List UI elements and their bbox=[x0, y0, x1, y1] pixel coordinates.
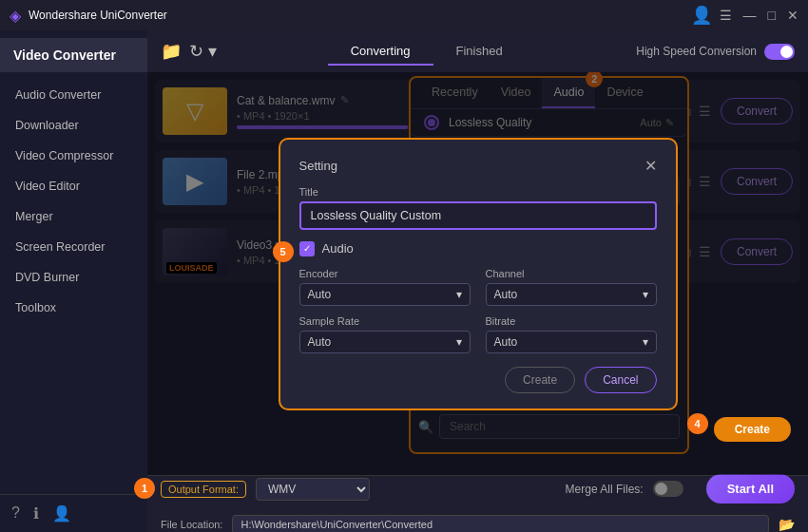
audio-checkbox[interactable]: ✓ bbox=[299, 241, 315, 256]
bitrate-select[interactable]: Auto ▾ bbox=[486, 331, 657, 353]
tab-converting[interactable]: Converting bbox=[328, 38, 433, 66]
dialog-title-row: Setting ✕ bbox=[299, 157, 657, 175]
bottom-row-2: File Location: 📂 bbox=[161, 515, 795, 532]
channel-chevron-icon: ▾ bbox=[643, 288, 648, 301]
sidebar-item-toolbox[interactable]: Toolbox bbox=[0, 293, 147, 323]
bottom-row-1: 1 Output Format: WMV Merge All Files: St… bbox=[161, 474, 795, 504]
start-all-btn[interactable]: Start All bbox=[706, 474, 795, 504]
channel-select[interactable]: Auto ▾ bbox=[486, 283, 657, 306]
sidebar-item-video-editor[interactable]: Video Editor bbox=[0, 171, 147, 201]
merge-toggle[interactable] bbox=[653, 481, 683, 497]
create-gray-btn[interactable]: Create bbox=[505, 367, 575, 393]
bitrate-chevron-icon: ▾ bbox=[643, 335, 648, 349]
top-tabs: Converting Finished bbox=[226, 38, 626, 66]
bottom-bar: 1 Output Format: WMV Merge All Files: St… bbox=[147, 475, 808, 532]
bitrate-field: Bitrate Auto ▾ bbox=[486, 315, 657, 353]
encoder-field: Encoder Auto ▾ bbox=[299, 268, 471, 306]
checkmark-icon: ✓ bbox=[303, 243, 311, 254]
sidebar-header[interactable]: Video Converter bbox=[0, 38, 147, 72]
add-file-icon[interactable]: 📁 bbox=[161, 41, 182, 62]
file-location-label: File Location: bbox=[161, 519, 222, 530]
sample-rate-select[interactable]: Auto ▾ bbox=[299, 331, 471, 353]
format-select-dropdown[interactable]: WMV bbox=[256, 478, 370, 501]
sidebar-item-merger[interactable]: Merger bbox=[0, 201, 147, 232]
sidebar-item-downloader[interactable]: Downloader bbox=[0, 110, 147, 141]
sidebar-item-video-compressor[interactable]: Video Compressor bbox=[0, 141, 147, 171]
sidebar-bottom: ? ℹ 👤 bbox=[0, 494, 147, 532]
step4-badge: 4 bbox=[687, 413, 708, 434]
title-field-label: Title bbox=[299, 186, 657, 198]
title-field: Title bbox=[299, 186, 657, 230]
sidebar: Video Converter Audio Converter Download… bbox=[0, 30, 147, 532]
folder-browse-icon[interactable]: 📂 bbox=[779, 517, 795, 532]
help-icon[interactable]: ? bbox=[11, 504, 20, 522]
dialog-overlay: Setting ✕ Title 5 ✓ Audio bbox=[147, 72, 808, 475]
rotate-icon[interactable]: ↻ ▾ bbox=[189, 41, 217, 62]
close-icon[interactable]: ✕ bbox=[787, 8, 798, 23]
menu-icon[interactable]: ☰ bbox=[720, 8, 732, 23]
sidebar-item-screen-recorder[interactable]: Screen Recorder bbox=[0, 232, 147, 262]
title-input[interactable] bbox=[299, 201, 657, 230]
sample-rate-chevron-icon: ▾ bbox=[456, 335, 462, 349]
window-controls: ☰ — □ ✕ bbox=[720, 8, 798, 23]
maximize-icon[interactable]: □ bbox=[768, 8, 776, 23]
setting-dialog: Setting ✕ Title 5 ✓ Audio bbox=[279, 138, 678, 410]
create-btn-outer: 4 Create bbox=[714, 417, 791, 442]
title-bar: ◈ Wondershare UniConverter 👤 ☰ — □ ✕ bbox=[0, 0, 808, 30]
step1-badge: 1 bbox=[134, 478, 155, 499]
audio-checkbox-row: 5 ✓ Audio bbox=[299, 241, 657, 256]
sample-rate-field: Sample Rate Auto ▾ bbox=[299, 315, 471, 353]
dialog-actions: Create Cancel bbox=[299, 367, 657, 393]
sidebar-item-audio-converter[interactable]: Audio Converter bbox=[0, 80, 147, 110]
encoder-chevron-icon: ▾ bbox=[456, 288, 462, 301]
tab-finished[interactable]: Finished bbox=[433, 38, 526, 66]
app-name: Wondershare UniConverter bbox=[29, 9, 683, 22]
sample-rate-label: Sample Rate bbox=[299, 315, 471, 327]
minimize-icon[interactable]: — bbox=[743, 8, 757, 23]
create-orange-btn[interactable]: Create bbox=[714, 417, 791, 442]
toolbar-icons: 📁 ↻ ▾ bbox=[161, 41, 217, 62]
top-bar: 📁 ↻ ▾ Converting Finished High Speed Con… bbox=[147, 30, 808, 72]
content-area: 📁 ↻ ▾ Converting Finished High Speed Con… bbox=[147, 30, 808, 532]
speed-toggle[interactable] bbox=[764, 44, 795, 60]
bitrate-label: Bitrate bbox=[486, 315, 657, 327]
sidebar-item-dvd-burner[interactable]: DVD Burner bbox=[0, 262, 147, 293]
merge-label: Merge All Files: bbox=[566, 483, 644, 496]
output-label-wrap: 1 Output Format: bbox=[161, 482, 246, 496]
user-icon[interactable]: 👤 bbox=[691, 5, 712, 26]
step5-badge: 5 bbox=[273, 241, 294, 262]
encoder-select[interactable]: Auto ▾ bbox=[299, 283, 471, 306]
output-format-label: Output Format: bbox=[161, 481, 246, 498]
speed-toggle-area: High Speed Conversion bbox=[636, 44, 795, 60]
file-location-input[interactable] bbox=[232, 515, 769, 532]
dialog-close-icon[interactable]: ✕ bbox=[644, 157, 657, 175]
file-list: ▽ Cat & balance.wmv ✎ • MP4 • 1920×1 ✂ ⧉… bbox=[147, 72, 808, 475]
app-body: Video Converter Audio Converter Download… bbox=[0, 30, 808, 532]
encoder-label: Encoder bbox=[299, 268, 471, 279]
dialog-title-label: Setting bbox=[299, 159, 337, 173]
account-icon[interactable]: 👤 bbox=[52, 504, 71, 522]
app-logo-icon: ◈ bbox=[10, 7, 21, 25]
speed-label: High Speed Conversion bbox=[636, 45, 757, 58]
create-orange-wrap: 4 Create bbox=[714, 417, 791, 442]
channel-field: Channel Auto ▾ bbox=[486, 268, 657, 306]
audio-fields-grid: Encoder Auto ▾ Channel Auto ▾ bbox=[299, 268, 657, 353]
audio-label: Audio bbox=[322, 241, 354, 256]
channel-label: Channel bbox=[486, 268, 657, 279]
cancel-btn[interactable]: Cancel bbox=[585, 367, 656, 393]
info-icon[interactable]: ℹ bbox=[33, 504, 39, 522]
